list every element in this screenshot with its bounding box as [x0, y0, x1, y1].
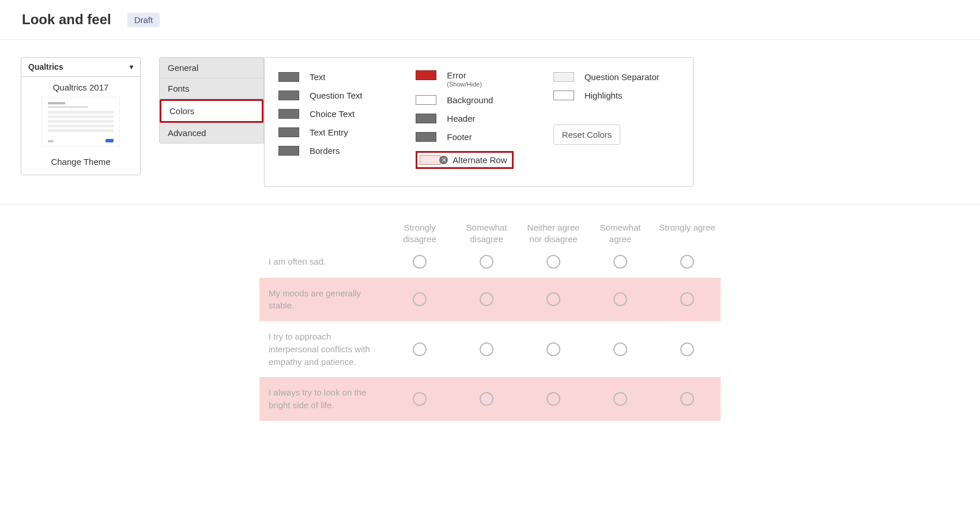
- matrix-question: Strongly disagree Somewhat disagree Neit…: [259, 222, 721, 421]
- tab-general[interactable]: General: [160, 58, 263, 78]
- radio-button[interactable]: [680, 255, 694, 269]
- color-row-text[interactable]: Text: [278, 70, 404, 83]
- color-row-footer[interactable]: Footer: [416, 130, 541, 143]
- radio-button[interactable]: [413, 392, 427, 406]
- preview-section: Strongly disagree Somewhat disagree Neit…: [0, 204, 980, 444]
- status-badge: Draft: [127, 13, 160, 27]
- matrix-col-header: Somewhat agree: [587, 222, 654, 246]
- page-title: Look and feel: [22, 12, 111, 28]
- radio-button[interactable]: [613, 392, 627, 406]
- color-label: Question Separator: [585, 72, 659, 82]
- color-row-error[interactable]: Error (Show/Hide): [416, 70, 541, 88]
- radio-button[interactable]: [413, 342, 427, 356]
- matrix-row-label: My moods are generally stable.: [259, 287, 386, 312]
- swatch-highlights[interactable]: [553, 91, 574, 100]
- color-label: Borders: [310, 146, 340, 156]
- matrix-row-label: I am often sad.: [259, 255, 386, 268]
- color-label: Background: [447, 95, 493, 105]
- swatch-question-separator[interactable]: [553, 72, 574, 82]
- color-row-question-separator[interactable]: Question Separator: [553, 70, 679, 83]
- matrix-row-label: I try to approach interpersonal conflict…: [259, 330, 386, 368]
- swatch-choice-text[interactable]: [278, 109, 299, 119]
- radio-button[interactable]: [480, 342, 493, 356]
- color-label: Highlights: [585, 91, 623, 100]
- tab-colors[interactable]: Colors: [160, 99, 263, 123]
- matrix-row: I am often sad.: [259, 246, 721, 278]
- color-label: Header: [447, 114, 475, 123]
- matrix-col-header: Strongly agree: [654, 222, 721, 246]
- color-label: Choice Text: [310, 109, 355, 119]
- color-row-question-text[interactable]: Question Text: [278, 89, 404, 101]
- color-row-alternate-row[interactable]: ✕ Alternate Row: [416, 151, 513, 169]
- color-label: Text Entry: [310, 127, 348, 137]
- radio-button[interactable]: [480, 392, 493, 406]
- remove-alternate-row-icon[interactable]: ✕: [439, 156, 448, 164]
- matrix-col-header: Neither agree nor disagree: [520, 222, 587, 246]
- radio-button[interactable]: [546, 292, 560, 306]
- swatch-text-entry[interactable]: [278, 127, 299, 137]
- matrix-row: I try to approach interpersonal conflict…: [259, 321, 721, 377]
- radio-button[interactable]: [680, 392, 694, 406]
- colors-settings-card: Text Question Text Choice Text Text Entr…: [264, 57, 693, 187]
- matrix-row: I always try to look on the bright side …: [259, 377, 721, 421]
- radio-button[interactable]: [413, 292, 427, 306]
- radio-button[interactable]: [546, 255, 560, 269]
- color-row-highlights[interactable]: Highlights: [553, 89, 679, 101]
- color-label: Question Text: [310, 91, 362, 100]
- swatch-footer[interactable]: [416, 132, 436, 142]
- matrix-row-label: I always try to look on the bright side …: [259, 386, 386, 412]
- tabs-panel: General Fonts Colors Advanced: [159, 57, 264, 144]
- swatch-question-text[interactable]: [278, 91, 299, 100]
- radio-button[interactable]: [613, 342, 627, 356]
- matrix-col-header: Somewhat disagree: [453, 222, 520, 246]
- swatch-text[interactable]: [278, 72, 299, 82]
- radio-button[interactable]: [680, 292, 694, 306]
- reset-colors-button[interactable]: Reset Colors: [553, 125, 621, 145]
- color-row-text-entry[interactable]: Text Entry: [278, 126, 404, 138]
- theme-thumbnail[interactable]: [42, 97, 120, 146]
- radio-button[interactable]: [546, 342, 560, 356]
- swatch-background[interactable]: [416, 95, 436, 105]
- radio-button[interactable]: [613, 255, 627, 269]
- radio-button[interactable]: [546, 392, 560, 406]
- color-row-borders[interactable]: Borders: [278, 144, 404, 157]
- color-row-header[interactable]: Header: [416, 112, 541, 125]
- color-label: Text: [310, 72, 326, 82]
- error-showhide-link[interactable]: (Show/Hide): [447, 81, 482, 88]
- radio-button[interactable]: [613, 292, 627, 306]
- tab-advanced[interactable]: Advanced: [160, 123, 263, 143]
- change-theme-link[interactable]: Change Theme: [21, 151, 140, 175]
- color-label: Footer: [447, 132, 472, 142]
- radio-button[interactable]: [413, 255, 427, 269]
- radio-button[interactable]: [480, 255, 493, 269]
- swatch-error[interactable]: [416, 70, 436, 80]
- chevron-down-icon: ▾: [130, 63, 133, 71]
- theme-panel: Qualtrics ▾ Qualtrics 2017 Change Theme: [21, 57, 141, 175]
- matrix-col-header: Strongly disagree: [386, 222, 453, 246]
- theme-current-name: Qualtrics 2017: [21, 77, 140, 97]
- radio-button[interactable]: [680, 342, 694, 356]
- color-label: Alternate Row: [453, 155, 507, 165]
- swatch-borders[interactable]: [278, 146, 299, 156]
- radio-button[interactable]: [480, 292, 493, 306]
- theme-dropdown-label: Qualtrics: [28, 62, 63, 71]
- color-row-background[interactable]: Background: [416, 93, 541, 106]
- matrix-row: My moods are generally stable.: [259, 278, 721, 322]
- color-row-choice-text[interactable]: Choice Text: [278, 107, 404, 120]
- swatch-header[interactable]: [416, 114, 436, 123]
- color-label: Error: [447, 70, 466, 80]
- theme-dropdown[interactable]: Qualtrics ▾: [21, 58, 140, 77]
- swatch-alternate-row[interactable]: [420, 155, 440, 165]
- tab-fonts[interactable]: Fonts: [160, 78, 263, 99]
